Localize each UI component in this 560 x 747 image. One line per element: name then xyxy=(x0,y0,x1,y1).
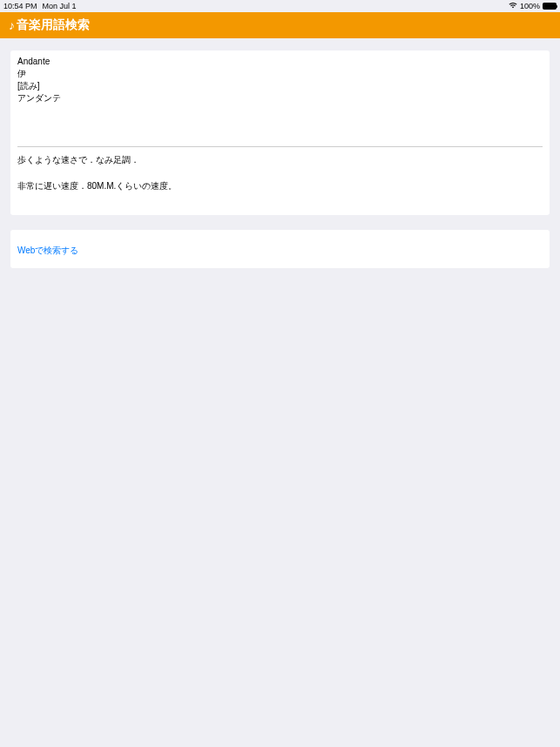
term-name: Andante xyxy=(17,56,543,68)
app-title: 音楽用語検索 xyxy=(17,17,90,33)
app-header: ♪ 音楽用語検索 xyxy=(0,12,560,38)
wifi-icon xyxy=(509,2,517,10)
term-card: Andante 伊 [読み] アンダンテ 歩くような速さで．なみ足調． 非常に遅… xyxy=(10,50,550,215)
status-left: 10:54 PM Mon Jul 1 xyxy=(3,2,77,10)
music-note-icon: ♪ xyxy=(9,18,15,32)
term-header: Andante 伊 [読み] アンダンテ xyxy=(17,56,543,104)
status-time: 10:54 PM xyxy=(3,2,37,10)
term-origin: 伊 xyxy=(17,68,543,80)
term-reading-label: [読み] xyxy=(17,80,543,92)
content-area: Andante 伊 [読み] アンダンテ 歩くような速さで．なみ足調． 非常に遅… xyxy=(0,38,560,295)
web-search-card: Webで検索する xyxy=(10,230,550,268)
status-date: Mon Jul 1 xyxy=(43,2,77,10)
divider xyxy=(17,146,543,147)
definition-line-1: 歩くような速さで．なみ足調． xyxy=(17,154,543,166)
term-definition: 歩くような速さで．なみ足調． 非常に遅い速度．80M.M.くらいの速度。 xyxy=(17,154,543,192)
battery-icon xyxy=(543,3,557,10)
battery-percent: 100% xyxy=(520,2,540,10)
definition-line-2: 非常に遅い速度．80M.M.くらいの速度。 xyxy=(17,180,543,192)
web-search-link[interactable]: Webで検索する xyxy=(17,246,78,255)
term-reading: アンダンテ xyxy=(17,92,543,104)
status-right: 100% xyxy=(509,2,557,10)
status-bar: 10:54 PM Mon Jul 1 100% xyxy=(0,0,560,12)
